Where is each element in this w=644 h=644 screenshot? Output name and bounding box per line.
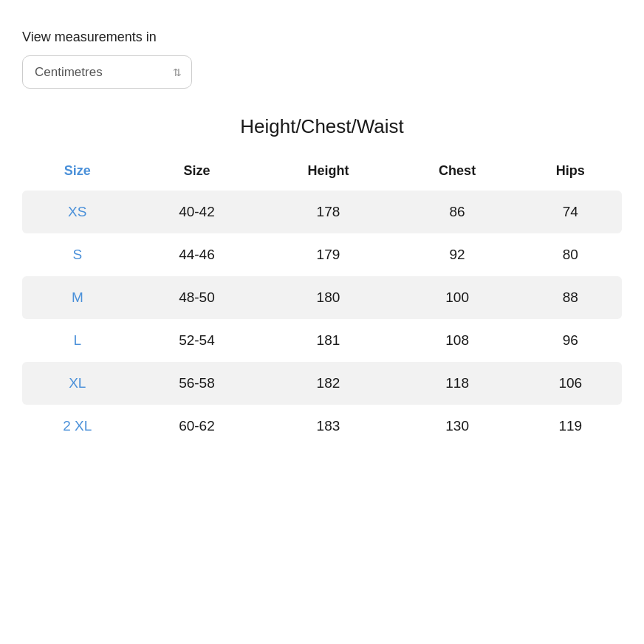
cell-1-2: 179	[261, 233, 395, 276]
header-col-2: Height	[261, 156, 395, 191]
table-row: XS40-421788674	[22, 191, 622, 233]
header-col-0: Size	[22, 156, 133, 191]
size-label-1: S	[22, 233, 133, 276]
size-label-5: 2 XL	[22, 405, 133, 448]
header-col-1: Size	[133, 156, 261, 191]
table-row: M48-5018010088	[22, 276, 622, 319]
cell-4-4: 106	[519, 362, 622, 405]
size-label-4: XL	[22, 362, 133, 405]
cell-0-4: 74	[519, 191, 622, 233]
cell-0-2: 178	[261, 191, 395, 233]
cell-5-3: 130	[396, 405, 519, 448]
unit-selector-wrapper: CentimetresInches ⇅	[22, 55, 192, 89]
cell-0-3: 86	[396, 191, 519, 233]
table-title: Height/Chest/Waist	[22, 115, 622, 138]
measurements-label: View measurements in	[22, 30, 622, 45]
cell-2-3: 100	[396, 276, 519, 319]
cell-1-1: 44-46	[133, 233, 261, 276]
cell-3-1: 52-54	[133, 319, 261, 362]
table-header: SizeSizeHeightChestHips	[22, 156, 622, 191]
cell-2-1: 48-50	[133, 276, 261, 319]
cell-1-4: 80	[519, 233, 622, 276]
cell-3-2: 181	[261, 319, 395, 362]
header-col-4: Hips	[519, 156, 622, 191]
cell-5-4: 119	[519, 405, 622, 448]
size-label-2: M	[22, 276, 133, 319]
cell-4-3: 118	[396, 362, 519, 405]
table-row: 2 XL60-62183130119	[22, 405, 622, 448]
cell-3-4: 96	[519, 319, 622, 362]
cell-2-2: 180	[261, 276, 395, 319]
cell-4-2: 182	[261, 362, 395, 405]
cell-1-3: 92	[396, 233, 519, 276]
table-row: XL56-58182118106	[22, 362, 622, 405]
size-table: SizeSizeHeightChestHips XS40-421788674S4…	[22, 156, 622, 448]
cell-5-1: 60-62	[133, 405, 261, 448]
unit-select[interactable]: CentimetresInches	[22, 55, 192, 89]
size-label-3: L	[22, 319, 133, 362]
cell-0-1: 40-42	[133, 191, 261, 233]
table-body: XS40-421788674S44-461799280M48-501801008…	[22, 191, 622, 448]
table-row: S44-461799280	[22, 233, 622, 276]
cell-4-1: 56-58	[133, 362, 261, 405]
table-row: L52-5418110896	[22, 319, 622, 362]
cell-2-4: 88	[519, 276, 622, 319]
size-label-0: XS	[22, 191, 133, 233]
header-col-3: Chest	[396, 156, 519, 191]
header-row: SizeSizeHeightChestHips	[22, 156, 622, 191]
cell-3-3: 108	[396, 319, 519, 362]
cell-5-2: 183	[261, 405, 395, 448]
